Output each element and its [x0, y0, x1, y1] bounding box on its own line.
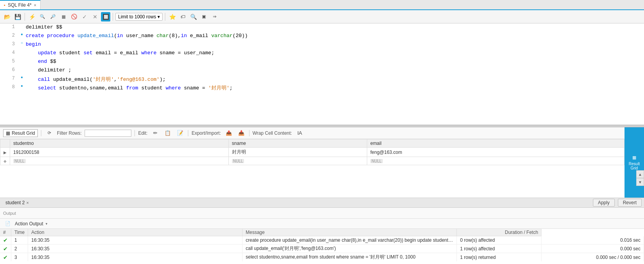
open-file-btn[interactable]: 📂: [2, 12, 12, 21]
result-grid-tab[interactable]: ▦ Result Grid: [3, 129, 38, 137]
scroll-down-btn[interactable]: ▼: [636, 178, 644, 186]
bottom-tab-bar: student 2 × Apply Revert: [0, 198, 644, 208]
right-panel-label: Result Grid: [629, 162, 640, 170]
import-btn[interactable]: 📥: [237, 128, 246, 138]
null-badge: NULL: [13, 159, 26, 163]
log-action: select studentno,sname,email from studen…: [242, 253, 457, 262]
result-table: studentnosnameemail▶1912000158封月明feng@16…: [0, 139, 625, 165]
result-cell: 封月明: [228, 148, 367, 157]
log-column-header: Time: [11, 229, 28, 236]
student2-tab-close[interactable]: ×: [26, 200, 28, 205]
edit-insert-btn[interactable]: 📝: [175, 128, 185, 138]
log-time: 16:30:35: [28, 244, 242, 253]
log-status: ✔: [0, 253, 11, 262]
export-btn[interactable]: 📤: [224, 128, 234, 138]
search-btn[interactable]: 🔎: [48, 12, 58, 21]
line-dot: ●: [19, 84, 24, 88]
limit-select[interactable]: Limit to 1000 rows ▾: [115, 13, 163, 21]
scroll-up-btn[interactable]: ▲: [636, 170, 644, 178]
result-toolbar: ▦ Result Grid ⟳ Filter Rows: Edit: ✏ 📋 📝…: [0, 127, 644, 139]
action-output-chevron[interactable]: ▾: [46, 222, 48, 226]
result-null-row: ◆NULLNULLNULL: [0, 157, 625, 165]
format-btn[interactable]: ⇒: [210, 12, 219, 21]
result-cell: feng@163.com: [367, 148, 624, 157]
log-message: 1 row(s) affected: [457, 244, 541, 253]
result-cell: 1912000158: [10, 148, 229, 157]
editor-line: 1delimiter $$: [0, 23, 644, 32]
editor-line: 6 delimiter ;: [0, 66, 644, 75]
log-column-header: Action: [28, 229, 242, 236]
result-sep-4: [249, 130, 249, 136]
editor-line: 2●create procedure update_email(in user_…: [0, 32, 644, 41]
execute-btn[interactable]: ⚡: [27, 12, 37, 21]
log-action: create procedure update_email(in user_na…: [242, 236, 457, 244]
output-label: Output: [3, 211, 16, 216]
student2-tab[interactable]: student 2 ×: [2, 199, 32, 206]
result-null-cell: NULL: [10, 157, 229, 165]
result-sep-1: [41, 130, 41, 136]
new-row-icon: ◆: [4, 159, 7, 163]
no-action-btn[interactable]: 🚫: [69, 12, 79, 21]
select-all-btn[interactable]: ▣: [199, 12, 209, 21]
line-number: 1: [0, 24, 19, 30]
null-badge: NULL: [370, 159, 383, 163]
result-row: ▶1912000158封月明feng@163.com: [0, 148, 625, 157]
editor-line: 5 end $$: [0, 58, 644, 66]
toggle-btn[interactable]: 🔲: [101, 12, 110, 21]
line-content: end $$: [24, 58, 644, 65]
sql-file-tab[interactable]: ▪ SQL File 4* ×: [0, 0, 41, 9]
null-badge: NULL: [232, 159, 244, 163]
editor-line: 7● call update_email('封月明','feng@163.com…: [0, 75, 644, 84]
log-status: ✔: [0, 236, 11, 244]
wrap-icon[interactable]: IA: [295, 128, 304, 138]
edit-pencil-btn[interactable]: ✏: [150, 128, 160, 138]
sql-editor[interactable]: 1delimiter $$2●create procedure update_e…: [0, 23, 644, 125]
student2-tab-label: student 2: [5, 200, 25, 205]
result-column-header: email: [367, 139, 624, 148]
revert-btn[interactable]: Revert: [618, 199, 642, 207]
log-duration: 0.016 sec: [541, 236, 644, 244]
line-dot: ●: [19, 32, 24, 37]
find-btn[interactable]: 🔍: [189, 12, 198, 21]
bottom-section: student 2 × Apply Revert Output 📄 Action…: [0, 198, 644, 264]
tag-btn[interactable]: 🏷: [178, 12, 188, 21]
bookmark-btn[interactable]: ⭐: [168, 12, 177, 21]
result-null-cell: NULL: [367, 157, 624, 165]
filter-input[interactable]: [85, 130, 131, 137]
line-number: 7: [0, 75, 19, 81]
explain-btn[interactable]: 🔍: [38, 12, 47, 21]
log-row: ✔216:30:35call update_email('封月明','feng@…: [0, 244, 644, 253]
output-section-header: Output: [0, 208, 644, 219]
line-number: 6: [0, 67, 19, 73]
result-column-header: studentno: [10, 139, 229, 148]
log-row: ✔116:30:35create procedure update_email(…: [0, 236, 644, 244]
stop-btn[interactable]: ⏹: [59, 12, 68, 21]
save-btn[interactable]: 💾: [13, 12, 22, 21]
check-btn[interactable]: ✓: [80, 12, 89, 21]
toolbar-sep-2: [113, 13, 113, 21]
log-message: 0 row(s) affected: [457, 236, 541, 244]
log-time: 16:30:35: [28, 253, 242, 262]
limit-label: Limit to 1000 rows: [118, 14, 156, 20]
editor-toolbar: 📂 💾 ⚡ 🔍 🔎 ⏹ 🚫 ✓ ✕ 🔲 Limit to 1000 rows ▾…: [0, 10, 644, 23]
line-content: delimiter ;: [24, 67, 644, 73]
log-time: 16:30:35: [28, 236, 242, 244]
result-sep-3: [188, 130, 188, 136]
filter-icon: ⟳: [44, 128, 54, 138]
right-panel-result-btn[interactable]: ▦ Result Grid: [625, 127, 644, 198]
result-grid-label: Result Grid: [12, 130, 35, 136]
line-number: 2: [0, 32, 19, 38]
line-content: create procedure update_email(in user_na…: [24, 32, 644, 39]
export-label: Export/Import:: [191, 130, 221, 136]
toolbar-sep-3: [165, 13, 165, 21]
log-message: 1 row(s) returned: [457, 253, 541, 262]
edit-table-btn[interactable]: 📋: [163, 128, 172, 138]
cancel-btn[interactable]: ✕: [90, 12, 100, 21]
log-num: 2: [11, 244, 28, 253]
tab-icon: ▪: [4, 3, 5, 7]
edit-label: Edit:: [138, 130, 147, 136]
tab-close-btn[interactable]: ×: [34, 3, 36, 7]
log-status: ✔: [0, 244, 11, 253]
log-action: call update_email('封月明','feng@163.com'): [242, 244, 457, 253]
apply-btn[interactable]: Apply: [593, 199, 615, 207]
